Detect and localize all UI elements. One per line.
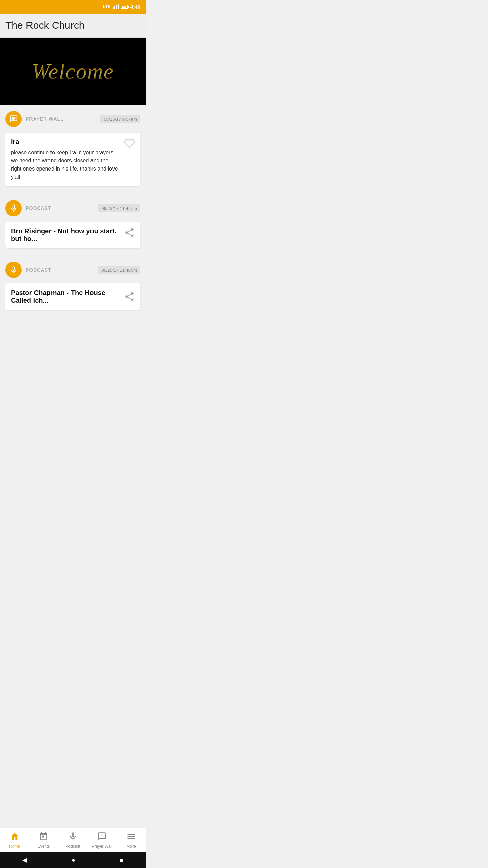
nav-podcast-label: Podcast (65, 844, 80, 849)
feed-item-podcast-1: PODCAST 06/25/17 11:42pm Bro Risinger - … (0, 195, 146, 248)
share-button-2[interactable] (124, 291, 135, 302)
chat-icon (9, 115, 18, 123)
nav-more-label: More (126, 844, 136, 849)
feed-item-podcast-2: PODCAST 06/25/17 11:40pm Pastor Chapman … (0, 256, 146, 310)
feed-item-prayer-wall: PRAYER WALL 06/26/17 9:07am Ira please c… (0, 105, 146, 186)
prayer-wall-date: 06/26/17 9:07am (100, 115, 140, 123)
nav-home-label: Home (9, 844, 20, 849)
battery-icon: ⚡ (121, 5, 128, 9)
podcast-1-header: PODCAST 06/25/17 11:42pm (5, 195, 140, 219)
hamburger-svg (126, 832, 136, 841)
prayer-body: please continue to keep Ira in your pray… (11, 149, 119, 181)
svg-rect-1 (114, 6, 115, 9)
calendar-svg (39, 832, 48, 841)
welcome-text: Welcome (32, 59, 114, 84)
nav-podcast[interactable]: Podcast (58, 828, 87, 852)
nav-home[interactable]: Home (0, 828, 29, 852)
podcast-nav-icon (68, 832, 78, 843)
prayer-wall-icon (5, 111, 22, 127)
prayer-wall-header: PRAYER WALL 06/26/17 9:07am (5, 105, 140, 130)
podcast-2-header: PODCAST 06/25/17 11:40pm (5, 256, 140, 281)
prayer-wall-card-content: Ira please continue to keep Ira in your … (11, 138, 119, 181)
mic-svg (68, 832, 78, 841)
system-bar: ◀ ● ■ (0, 852, 146, 868)
svg-rect-3 (118, 4, 119, 9)
share-button-1[interactable] (124, 227, 135, 238)
prayer-author: Ira (11, 138, 119, 146)
nav-more[interactable]: More (117, 828, 146, 852)
status-time: 4:40 (130, 4, 140, 10)
podcast-2-card[interactable]: Pastor Chapman - The House Called Ich... (5, 283, 140, 310)
home-icon (10, 832, 19, 843)
podcast-1-title: Bro Risinger - Not how you start, but ho… (11, 227, 119, 243)
podcast-1-label: PODCAST (26, 205, 94, 211)
recents-button[interactable]: ■ (120, 856, 123, 864)
bottom-nav: Home Events Podcast Prayer Wall (0, 828, 146, 852)
connector-1 (8, 186, 8, 195)
podcast-1-card[interactable]: Bro Risinger - Not how you start, but ho… (5, 222, 140, 248)
nav-prayer-wall[interactable]: Prayer Wall (87, 828, 117, 852)
home-svg (10, 832, 19, 841)
podcast-2-date: 06/25/17 11:40pm (98, 266, 140, 274)
nav-events[interactable]: Events (29, 828, 58, 852)
svg-rect-0 (113, 7, 114, 9)
more-nav-icon (126, 832, 136, 843)
podcast-1-date: 06/25/17 11:42pm (98, 204, 140, 212)
microphone-icon-2 (9, 265, 18, 274)
app-title: The Rock Church (5, 20, 140, 31)
share-icon-2 (124, 291, 135, 302)
prayer-wall-nav-icon (97, 832, 107, 843)
lte-icon: LTE (103, 4, 110, 9)
events-icon (39, 832, 48, 843)
status-icons: LTE ⚡ 4:40 (103, 4, 140, 10)
microphone-icon (9, 204, 18, 213)
connector-2 (8, 248, 8, 256)
share-icon-1 (124, 227, 135, 238)
podcast-2-icon (5, 262, 22, 278)
back-button[interactable]: ◀ (22, 856, 27, 864)
podcast-2-title: Pastor Chapman - The House Called Ich... (11, 289, 119, 304)
podcast-1-card-content: Bro Risinger - Not how you start, but ho… (11, 227, 119, 243)
welcome-banner: Welcome (0, 38, 146, 105)
prayer-wall-card[interactable]: Ira please continue to keep Ira in your … (5, 133, 140, 186)
podcast-1-icon (5, 200, 22, 216)
podcast-2-label: PODCAST (26, 267, 94, 273)
svg-rect-2 (116, 5, 117, 9)
like-button[interactable] (124, 138, 135, 149)
feed: PRAYER WALL 06/26/17 9:07am Ira please c… (0, 105, 146, 354)
status-bar: LTE ⚡ 4:40 (0, 0, 146, 14)
feed-spacer (0, 310, 146, 354)
home-button[interactable]: ● (72, 856, 75, 864)
nav-prayer-wall-label: Prayer Wall (92, 844, 113, 849)
prayer-wall-label: PRAYER WALL (26, 116, 96, 122)
nav-events-label: Events (38, 844, 50, 849)
cross-chat-svg (97, 832, 107, 841)
heart-icon (124, 138, 135, 149)
app-header: The Rock Church (0, 14, 146, 38)
signal-icon (113, 4, 119, 9)
